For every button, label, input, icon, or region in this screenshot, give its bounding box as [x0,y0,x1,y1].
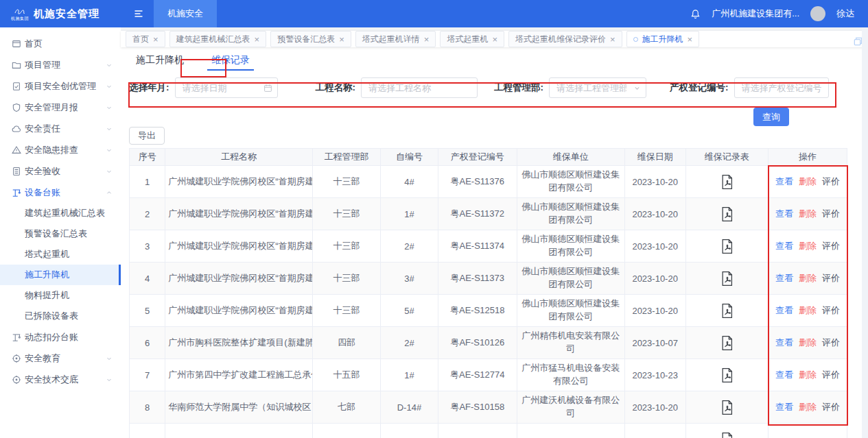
pdf-file-icon[interactable] [720,271,734,287]
pdf-file-icon[interactable] [720,303,734,319]
view-link[interactable]: 查看 [775,273,793,283]
cell-unit: 广州建沃机械设备有限公司 [517,391,624,424]
cell-reg-no: 粤AF-S10126 [438,327,517,359]
delete-link[interactable]: 删除 [799,273,817,283]
page-tab-home[interactable]: 首页 × [126,31,165,47]
delete-link[interactable]: 删除 [799,337,817,348]
delete-link[interactable]: 删除 [799,369,817,380]
evaluate-link[interactable]: 评价 [822,305,840,315]
page-tab-tower-crane-maintenance-eval[interactable]: 塔式起重机维保记录评价 × [508,31,622,47]
sidebar-subitem-construction-crane-summary[interactable]: 建筑起重机械汇总表 [0,203,121,223]
tab-construction-hoist[interactable]: 施工升降机 [132,53,188,71]
sidebar-item-safety-tech-disclosure[interactable]: 安全技术交底 [0,369,121,390]
close-tab-icon[interactable]: × [424,35,430,44]
pdf-file-icon[interactable] [720,206,734,222]
sidebar-item-hazard-inspection[interactable]: 安全隐患排查 [0,139,121,160]
evaluate-link[interactable]: 评价 [822,208,840,219]
tab-maintenance-records[interactable]: 维保记录 [207,53,254,71]
cell-reg-no: 粤AE-S12518 [438,295,517,327]
col-record-sheet: 维保记录表 [685,149,768,166]
query-button[interactable]: 查询 [753,108,789,126]
app-screen: 机施集团 机施安全管理 机施安全 广州机施建设集团有... 徐达 [0,0,868,438]
evaluate-link[interactable]: 评价 [822,402,840,412]
table-row: 8 华南师范大学附属中学（知识城校区）项... 七部 D-14# 粤AF-S10… [130,391,847,424]
sidebar-item-safety-acceptance[interactable]: 安全验收 [0,160,121,182]
close-tab-icon[interactable]: × [688,35,693,44]
evaluate-link[interactable]: 评价 [822,273,840,283]
sidebar-item-home[interactable]: 首页 [0,33,121,54]
view-link[interactable]: 查看 [775,402,793,412]
page-tab-construction-crane-summary[interactable]: 建筑起重机械汇总表 × [169,31,267,47]
evaluate-link[interactable]: 评价 [822,241,840,251]
cell-reg-no: 粤AF-S10158 [438,391,517,424]
delete-link[interactable]: 删除 [799,208,817,219]
page-tab-tower-crane-detail[interactable]: 塔式起重机详情 × [355,31,436,47]
cell-dept: 十三部 [312,166,380,198]
sidebar-item-safety-education[interactable]: 安全教育 [0,348,121,369]
current-user-name[interactable]: 徐达 [836,8,854,20]
chevron-down-icon [106,83,113,90]
sidebar-item-project-safety-excellence[interactable]: 项目安全创优管理 [0,75,121,97]
sidebar-item-equipment-ledger[interactable]: 设备台账 [0,182,121,203]
pdf-file-icon[interactable] [720,432,734,438]
company-logo: 机施集团 [11,8,29,21]
pdf-file-icon[interactable] [720,239,734,254]
sidebar-subitem-construction-hoist[interactable]: 施工升降机 [0,265,121,285]
company-name[interactable]: 广州机施建设集团有... [712,8,799,20]
pdf-file-icon[interactable] [720,174,734,190]
sidebar-item-safety-monthly-report[interactable]: 安全管理月报 [0,97,121,118]
sidebar-subitem-material-hoist[interactable]: 物料提升机 [0,285,121,306]
close-tab-icon[interactable]: × [339,35,344,44]
sidebar-subitem-warning-device-summary[interactable]: 预警设备汇总表 [0,223,121,244]
notification-bell-button[interactable] [690,9,701,19]
delete-link[interactable]: 删除 [799,241,817,251]
dept-select[interactable] [549,77,646,98]
pdf-file-icon[interactable] [720,335,734,351]
cell-project: 华南师范大学附属中学（知识城校区）项... [165,391,312,424]
close-tab-icon[interactable]: × [492,35,497,44]
sidebar-subitem-tower-crane[interactable]: 塔式起重机 [0,244,121,265]
evaluate-link[interactable]: 评价 [822,369,840,380]
col-operations: 操作 [768,149,847,166]
view-link[interactable]: 查看 [775,369,793,380]
header-menu-item[interactable]: 机施安全 [154,0,217,27]
page-tab-tower-crane[interactable]: 塔式起重机 × [440,31,504,47]
sidebar-item-project-management[interactable]: 项目管理 [0,54,121,75]
delete-link[interactable]: 删除 [799,176,817,186]
delete-link[interactable]: 删除 [799,402,817,412]
close-tab-icon[interactable]: × [255,35,260,44]
main-layout: 首页 项目管理 项目安全创优管理 [0,27,868,438]
project-name-input[interactable] [361,77,478,98]
view-link[interactable]: 查看 [775,305,793,315]
sidebar-collapse-button[interactable] [133,8,144,19]
evaluate-link[interactable]: 评价 [822,176,840,186]
active-tab-dot-icon [633,37,638,42]
page-tab-warning-device-summary[interactable]: 预警设备汇总表 × [270,31,351,47]
cell-reg-no: 粤AE-S11372 [438,198,517,230]
delete-link[interactable]: 删除 [799,305,817,315]
page-tab-construction-hoist[interactable]: 施工升降机 × [626,31,700,47]
cell-date: 2023-10-07 [624,327,685,359]
evaluate-link[interactable]: 评价 [822,337,840,348]
close-tab-icon[interactable]: × [153,35,159,44]
view-link[interactable]: 查看 [775,208,793,219]
folder-icon [12,60,21,70]
page-scrollbar-track[interactable] [862,27,868,438]
pdf-file-icon[interactable] [720,400,734,415]
cell-dept: 十三部 [312,263,380,295]
sidebar-item-dynamic-deduction-ledger[interactable]: 动态扣分台账 [0,326,121,348]
reg-number-input[interactable] [734,77,829,98]
view-link[interactable]: 查看 [775,176,793,186]
avatar[interactable] [810,6,825,21]
export-button[interactable]: 导出 [129,127,165,145]
view-link[interactable]: 查看 [775,337,793,348]
sidebar-subitem-removed-equipment[interactable]: 已拆除设备表 [0,306,121,326]
cell-dept: 四部 [312,327,380,359]
sidebar-item-safety-responsibility[interactable]: 安全责任 [0,118,121,139]
date-picker-input[interactable] [175,77,278,98]
page-tab-label: 塔式起重机 [447,34,488,45]
close-tab-icon[interactable]: × [610,35,615,44]
pdf-file-icon[interactable] [720,367,734,383]
view-link[interactable]: 查看 [775,241,793,251]
doc-check-icon [12,82,21,91]
